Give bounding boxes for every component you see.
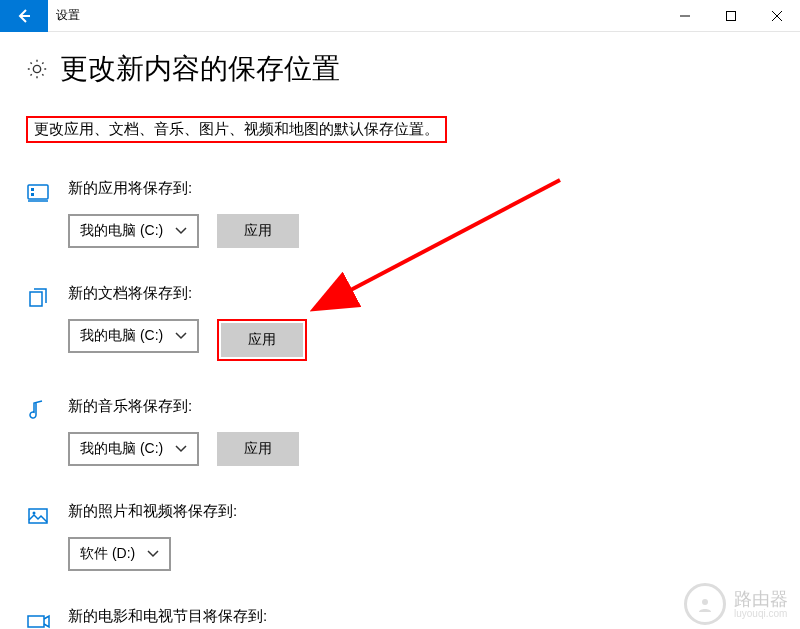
setting-movies: 新的电影和电视节目将保存到: 软件 (D:) [26, 607, 774, 629]
chevron-down-icon [175, 330, 187, 342]
subtitle-text: 更改应用、文档、音乐、图片、视频和地图的默认保存位置。 [26, 116, 447, 143]
select-value: 我的电脑 (C:) [80, 222, 163, 240]
watermark-subtext: luyouqi.com [734, 608, 788, 619]
titlebar: 设置 [0, 0, 800, 32]
setting-label: 新的照片和视频将保存到: [68, 502, 774, 521]
setting-documents: 新的文档将保存到: 我的电脑 (C:) 应用 [26, 284, 774, 361]
svg-rect-1 [28, 185, 48, 199]
setting-label: 新的电影和电视节目将保存到: [68, 607, 774, 626]
window-controls [662, 0, 800, 32]
location-select[interactable]: 我的电脑 (C:) [68, 319, 199, 353]
svg-rect-2 [31, 188, 34, 191]
chevron-down-icon [175, 443, 187, 455]
svg-rect-0 [727, 11, 736, 20]
location-select[interactable]: 软件 (D:) [68, 537, 171, 571]
document-icon [26, 284, 68, 361]
maximize-button[interactable] [708, 0, 754, 32]
arrow-left-icon [16, 8, 32, 24]
back-button[interactable] [0, 0, 48, 32]
setting-photos: 新的照片和视频将保存到: 软件 (D:) [26, 502, 774, 571]
page-title: 更改新内容的保存位置 [60, 50, 340, 88]
music-icon [26, 397, 68, 466]
location-select[interactable]: 我的电脑 (C:) [68, 214, 199, 248]
svg-rect-3 [31, 193, 34, 196]
watermark-text: 路由器 [734, 590, 788, 608]
gear-icon [26, 58, 48, 80]
svg-rect-6 [28, 616, 44, 627]
apps-icon [26, 179, 68, 248]
content-area: 更改新内容的保存位置 更改应用、文档、音乐、图片、视频和地图的默认保存位置。 新… [0, 32, 800, 629]
svg-point-9 [702, 599, 708, 605]
setting-label: 新的应用将保存到: [68, 179, 774, 198]
location-select[interactable]: 我的电脑 (C:) [68, 432, 199, 466]
apply-button[interactable]: 应用 [217, 214, 299, 248]
setting-music: 新的音乐将保存到: 我的电脑 (C:) 应用 [26, 397, 774, 466]
chevron-down-icon [147, 548, 159, 560]
select-value: 软件 (D:) [80, 545, 135, 563]
window-title: 设置 [48, 7, 662, 24]
select-value: 我的电脑 (C:) [80, 440, 163, 458]
watermark-logo-icon [684, 583, 726, 625]
photo-icon [26, 502, 68, 571]
chevron-down-icon [175, 225, 187, 237]
apply-button-highlight: 应用 [217, 319, 307, 361]
minimize-button[interactable] [662, 0, 708, 32]
apply-button[interactable]: 应用 [217, 432, 299, 466]
close-button[interactable] [754, 0, 800, 32]
setting-label: 新的文档将保存到: [68, 284, 774, 303]
apply-button[interactable]: 应用 [221, 323, 303, 357]
setting-label: 新的音乐将保存到: [68, 397, 774, 416]
svg-rect-4 [29, 509, 47, 523]
watermark: 路由器 luyouqi.com [684, 583, 788, 625]
movie-icon [26, 607, 68, 629]
setting-apps: 新的应用将保存到: 我的电脑 (C:) 应用 [26, 179, 774, 248]
svg-point-5 [33, 512, 36, 515]
select-value: 我的电脑 (C:) [80, 327, 163, 345]
